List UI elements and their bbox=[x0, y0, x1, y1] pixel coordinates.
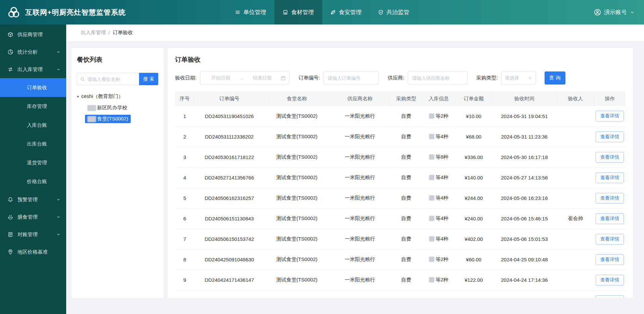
tree-node-school[interactable]: 新区民办学校 bbox=[85, 104, 130, 112]
bowl-icon bbox=[7, 214, 13, 220]
column-header: 验收人 bbox=[557, 91, 594, 106]
sidebar-subitem-inventory-management[interactable]: 库存管理 bbox=[0, 97, 66, 116]
sidebar-subitem-outbound-ledger[interactable]: 出库台账 bbox=[0, 135, 66, 153]
order-row: 2DD240531112336202测试食堂(TS0002)一米阳光粮行自费等4… bbox=[175, 126, 626, 147]
cell-index: 2 bbox=[175, 126, 195, 147]
view-details-button[interactable]: 查看详情 bbox=[596, 193, 624, 204]
sidebar-subitem-inbound-ledger[interactable]: 入库台账 bbox=[0, 116, 66, 135]
cell-purchase-type: 自费 bbox=[390, 229, 422, 249]
column-header: 序号 bbox=[175, 91, 195, 106]
supplier-filter-label: 供应商: bbox=[388, 75, 404, 81]
orders-table-head-row: 序号订单编号食堂名称供应商名称采购类型入库信息订单金额验收时间验收人操作 bbox=[175, 91, 626, 106]
sidebar-item-label: 供应商管理 bbox=[17, 32, 43, 38]
breadcrumb-parent[interactable]: 出入库管理 bbox=[81, 30, 106, 36]
order-no-input[interactable] bbox=[323, 71, 379, 85]
cell-canteen: 测试食堂(TS0002) bbox=[264, 270, 330, 290]
restaurant-search-input[interactable] bbox=[77, 73, 139, 85]
nav-item-food-safety-management[interactable]: 食安管理 bbox=[322, 0, 370, 24]
nav-item-co-governance[interactable]: 共治监管 bbox=[370, 0, 418, 24]
cell-supplier: 一米阳光粮行 bbox=[330, 229, 390, 249]
leaf-icon bbox=[330, 9, 336, 15]
nav-item-food-material-management[interactable]: 食材管理 bbox=[274, 0, 322, 24]
sidebar-subitem-order-acceptance[interactable]: 订单验收 bbox=[0, 78, 66, 97]
cell-stock-info: 等4种 bbox=[422, 188, 456, 208]
user-account[interactable]: 演示账号 bbox=[585, 0, 644, 24]
cell-accept-time: 2024-05-06 15:01:53 bbox=[492, 229, 557, 249]
sidebar-item-supplier-management[interactable]: 供应商管理 bbox=[0, 26, 66, 43]
cell-actions: 查看详情 bbox=[594, 188, 626, 208]
redacted-text bbox=[87, 116, 96, 122]
view-details-button[interactable]: 查看详情 bbox=[596, 213, 624, 224]
tree-node-root[interactable]: ▾ ceshi（教育部门） bbox=[77, 93, 158, 100]
query-button[interactable]: 查 询 bbox=[545, 71, 565, 85]
view-details-button[interactable]: 查看详情 bbox=[596, 295, 624, 298]
cell-actions: 查看详情 bbox=[594, 229, 626, 249]
column-header: 操作 bbox=[594, 91, 626, 106]
sidebar-subitem-label: 库存管理 bbox=[27, 103, 47, 110]
cell-acceptor: 崔会帅 bbox=[557, 208, 594, 229]
column-header: 入库信息 bbox=[422, 91, 456, 106]
search-button[interactable]: 搜 索 bbox=[139, 73, 158, 85]
breadcrumb-current: 订单验收 bbox=[113, 30, 133, 36]
view-details-button[interactable]: 查看详情 bbox=[596, 111, 624, 121]
sidebar-subitem-return-management[interactable]: 退货管理 bbox=[0, 153, 66, 172]
store-icon bbox=[283, 9, 288, 15]
cell-supplier: 一米阳光粮行 bbox=[330, 126, 390, 147]
cell-order-no: DD240424171436147 bbox=[195, 270, 264, 290]
cell-accept-time bbox=[492, 290, 557, 298]
cell-canteen: 测试食堂(TS0002) bbox=[264, 147, 330, 167]
order-row: 3DD240530161718122测试食堂(TS0002)一米阳光粮行自费等8… bbox=[175, 147, 626, 167]
cell-index: 8 bbox=[175, 249, 195, 270]
cell-accept-time: 2024-05-31 19:04:51 bbox=[492, 106, 557, 126]
redacted-text bbox=[429, 277, 434, 282]
date-range-input[interactable]: 开始日期 → 结束日期 bbox=[200, 71, 290, 85]
view-details-button[interactable]: 查看详情 bbox=[596, 234, 624, 245]
view-details-button[interactable]: 查看详情 bbox=[596, 172, 624, 183]
column-header: 验收时间 bbox=[492, 91, 557, 106]
cell-purchase-type: 自费 bbox=[390, 147, 422, 167]
sidebar-item-reconciliation-management[interactable]: 对账管理 bbox=[0, 226, 66, 243]
breadcrumb: 出入库管理 / 订单验收 bbox=[66, 24, 644, 41]
view-details-button[interactable]: 查看详情 bbox=[596, 275, 624, 285]
user-icon bbox=[594, 9, 601, 16]
cell-purchase-type: 自费 bbox=[390, 208, 422, 229]
restaurant-list-title: 餐饮列表 bbox=[77, 55, 158, 64]
sidebar-subitem-price-ledger[interactable]: 价格台账 bbox=[0, 172, 66, 191]
supplier-input[interactable] bbox=[408, 71, 468, 85]
redacted-text bbox=[429, 257, 434, 262]
cell-purchase-type: 自费 bbox=[390, 249, 422, 270]
app-logo-icon bbox=[7, 5, 21, 19]
nav-item-label: 食材管理 bbox=[291, 8, 314, 16]
sidebar-item-statistics[interactable]: 统计分析 bbox=[0, 43, 66, 61]
cell-supplier: 一米阳光粮行 bbox=[330, 147, 390, 167]
sidebar-item-label: 对账管理 bbox=[17, 231, 38, 238]
order-row: 1DD240531190451026测试食堂(TS0002)一米阳光粮行自费等2… bbox=[175, 106, 626, 126]
nav-item-unit-management[interactable]: 单位管理 bbox=[227, 0, 274, 24]
column-header: 食堂名称 bbox=[264, 91, 330, 106]
sidebar-item-inout-stock-management[interactable]: 出入库管理 bbox=[0, 61, 66, 78]
sidebar-item-meal-management[interactable]: 膳食管理 bbox=[0, 208, 66, 226]
map-pin-icon bbox=[7, 249, 13, 255]
cell-canteen: 测试食堂(TS0002) bbox=[264, 249, 330, 270]
cell-stock-info: 等2种 bbox=[422, 106, 456, 126]
cell-order-no: DD240506151130843 bbox=[195, 208, 264, 229]
tree-node-canteen-selected[interactable]: 食堂(TS0002) bbox=[85, 115, 131, 123]
nav-item-label: 食安管理 bbox=[339, 8, 362, 16]
sidebar-submenu: 订单验收 库存管理 入库台账 出库台账 退货管理 价格台账 bbox=[0, 78, 66, 191]
sidebar-item-label: 出入库管理 bbox=[17, 66, 43, 73]
purchase-type-select[interactable]: 请选择 bbox=[501, 71, 536, 85]
view-details-button[interactable]: 查看详情 bbox=[596, 254, 624, 265]
sidebar-item-regional-price-benchmark[interactable]: 地区价格基准 bbox=[0, 243, 66, 261]
cell-amount: ¥68.00 bbox=[456, 126, 491, 147]
cell-stock-info: 等2种 bbox=[422, 270, 456, 290]
view-details-button[interactable]: 查看详情 bbox=[596, 132, 624, 142]
cell-purchase-type bbox=[390, 290, 422, 298]
cell-amount: ¥60.00 bbox=[456, 249, 491, 270]
view-details-button[interactable]: 查看详情 bbox=[596, 152, 624, 163]
cell-index: 3 bbox=[175, 147, 195, 167]
sidebar-subitem-label: 订单验收 bbox=[27, 85, 47, 91]
sidebar-item-warning-management[interactable]: 预警管理 bbox=[0, 191, 66, 208]
redacted-text bbox=[429, 134, 434, 139]
cell-acceptor bbox=[557, 106, 594, 126]
order-row: 7DD240506150153742测试食堂(TS0002)一米阳光粮行自费等4… bbox=[175, 229, 626, 249]
